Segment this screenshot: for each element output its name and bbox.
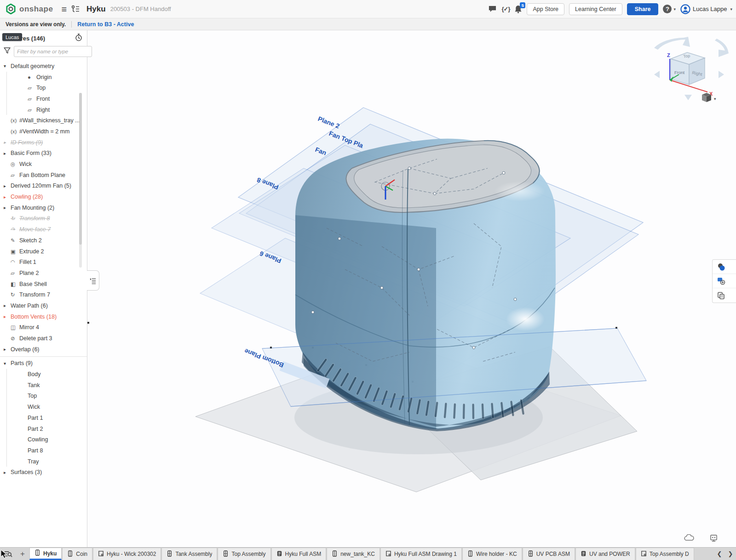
feature-item[interactable]: ↻Transform 7 (0, 289, 87, 300)
plane-label-plane2[interactable]: Plane 2 (317, 115, 341, 130)
feature-filter-input[interactable] (14, 46, 92, 57)
chevron-down-icon[interactable]: ▾ (4, 63, 11, 69)
document-tab[interactable]: UV PCB ASM (523, 548, 575, 560)
chevron-right-icon[interactable]: ▸ (4, 151, 11, 156)
document-tab[interactable]: Hyku Full ASM (271, 548, 327, 560)
versions-history-icon[interactable] (71, 5, 80, 13)
view-options-button[interactable]: ▾ (702, 93, 716, 102)
history-clock-icon[interactable] (75, 34, 82, 43)
feature-item[interactable]: ⊘Delete part 3 (0, 333, 87, 344)
document-tab[interactable]: Hyku - Wick 200302 (93, 548, 161, 560)
onshape-logo[interactable]: onshape (6, 4, 53, 14)
chevron-right-icon[interactable]: ▸ (4, 140, 11, 145)
cloud-status-icon[interactable] (684, 534, 694, 544)
view-cube[interactable]: Top Front Right Z X ▾ (654, 37, 729, 102)
feature-item[interactable]: (x)#VentWidth = 2 mm (0, 126, 87, 137)
feature-item[interactable]: ▾Default geometry (0, 61, 87, 72)
model-body[interactable] (295, 138, 556, 431)
feature-item[interactable]: ▱Fan Bottom Plane (0, 170, 87, 181)
view-cube-top-label[interactable]: Top (683, 53, 690, 59)
feature-item[interactable]: ▱Top (6, 82, 87, 93)
tabs-scroll-right-icon[interactable]: ❯ (725, 550, 736, 557)
part-item[interactable]: Cowling (6, 434, 87, 445)
feature-item[interactable]: (x)#Wall_thickness_tray ... (0, 115, 87, 126)
chevron-right-icon[interactable]: ▸ (4, 205, 11, 210)
main-menu-icon[interactable]: ≡ (61, 5, 67, 14)
chevron-right-icon[interactable]: ▸ (4, 303, 11, 308)
view-cube-front-label[interactable]: Front (674, 70, 685, 75)
tabs-scroll-left-icon[interactable]: ❮ (714, 550, 725, 557)
feature-item[interactable]: ▸ID Forms (9) (0, 137, 87, 148)
panel-flyout-handle[interactable] (87, 270, 99, 291)
variable-icon: (x) (11, 129, 19, 134)
chevron-right-icon[interactable]: ▸ (4, 194, 11, 200)
document-tab[interactable]: Top Assembly (218, 548, 270, 560)
document-tab[interactable]: new_tank_KC (327, 548, 380, 560)
feature-item[interactable]: ▸Basic Form (33) (0, 148, 87, 159)
feature-item[interactable]: ✎Sketch 2 (0, 235, 87, 246)
document-tab[interactable]: UV and POWER (575, 548, 635, 560)
feature-item[interactable]: ◧Base Shell (0, 279, 87, 290)
learning-center-button[interactable]: Learning Center (569, 3, 622, 15)
feature-item[interactable]: ▸Cowling (28) (0, 191, 87, 202)
filter-icon[interactable] (4, 47, 11, 56)
feature-label: Part 2 (28, 426, 43, 432)
chevron-down-icon[interactable]: ▾ (4, 361, 11, 366)
feature-item[interactable]: ▱Plane 2 (0, 268, 87, 279)
layers-tool-button[interactable] (713, 288, 736, 303)
part-item[interactable]: Tank (6, 380, 87, 391)
feature-label: #VentWidth = 2 mm (19, 128, 69, 135)
feature-item[interactable]: ↻Transform 8 (0, 213, 87, 224)
sidebar-scrollbar[interactable] (79, 93, 82, 268)
version-notice-bar: Versions are view only. Return to B3 - A… (0, 18, 736, 30)
feature-item[interactable]: ▸Bottom Vents (18) (0, 311, 87, 322)
part-item[interactable]: Wick (6, 401, 87, 412)
feature-item[interactable]: ▱Front (6, 93, 87, 104)
chevron-right-icon[interactable]: ▸ (4, 470, 11, 475)
model-viewport[interactable]: Plane 2 Fan Top Pla Fan Plane 8 Plane 6 … (87, 30, 736, 547)
feature-item[interactable]: ◫Mirror 4 (0, 322, 87, 333)
feature-item[interactable]: ●Origin (6, 72, 87, 83)
document-tab[interactable]: Hyku (29, 548, 62, 560)
chevron-right-icon[interactable]: ▸ (4, 347, 11, 352)
featurescript-icon[interactable]: {✓} (501, 6, 510, 12)
part-item[interactable]: Part 8 (6, 445, 87, 456)
part-item[interactable]: Top (6, 391, 87, 402)
feature-item[interactable]: ↷Move face 7 (0, 224, 87, 235)
return-to-active-link[interactable]: Return to B3 - Active (77, 21, 134, 28)
parts-section-header[interactable]: ▾Parts (9) (0, 358, 87, 369)
document-tab[interactable]: Hyku Full ASM Drawing 1 (380, 548, 462, 560)
part-item[interactable]: Part 2 (6, 423, 87, 434)
feature-item[interactable]: ▸Overlap (6) (0, 344, 87, 355)
document-tab[interactable]: Top Assembly D (636, 548, 694, 560)
tab-manager-icon[interactable] (0, 548, 16, 560)
section-view-tool-button[interactable] (713, 274, 736, 288)
chevron-right-icon[interactable]: ▸ (4, 314, 11, 319)
help-menu[interactable]: ? ▾ (663, 5, 676, 13)
document-tab[interactable]: Coin (62, 548, 92, 560)
share-button[interactable]: Share (627, 3, 659, 15)
document-tab[interactable]: Wire holder - KC (462, 548, 522, 560)
device-sync-icon[interactable] (710, 534, 718, 544)
feature-item[interactable]: ▱Right (6, 104, 87, 115)
document-tab[interactable]: Tank Assembly (161, 548, 217, 560)
feature-label: Delete part 3 (19, 335, 52, 342)
appearance-tool-button[interactable] (713, 260, 736, 274)
chevron-right-icon[interactable]: ▸ (4, 183, 11, 189)
app-store-button[interactable]: App Store (527, 3, 564, 15)
feature-item[interactable]: ◠Fillet 1 (0, 257, 87, 268)
feature-item[interactable]: ▸Fan Mounting (2) (0, 202, 87, 213)
feature-item[interactable]: ▸Water Path (6) (0, 300, 87, 311)
feature-item[interactable]: ▣Extrude 2 (0, 246, 87, 257)
notifications-bell-icon[interactable]: 5 (514, 5, 522, 13)
feature-item[interactable]: ▸Derived 120mm Fan (5) (0, 181, 87, 192)
user-menu[interactable]: Lucas Lappe ▾ (680, 4, 732, 14)
add-tab-button[interactable]: + (16, 548, 29, 560)
part-item[interactable]: Body (6, 369, 87, 380)
part-item[interactable]: Tray (6, 456, 87, 467)
tab-label: Hyku (43, 550, 57, 557)
surfaces-section-header[interactable]: ▸Surfaces (3) (0, 467, 87, 478)
part-item[interactable]: Part 1 (6, 412, 87, 423)
feature-item[interactable]: ◎Wick (0, 159, 87, 170)
comments-icon[interactable] (488, 5, 497, 13)
